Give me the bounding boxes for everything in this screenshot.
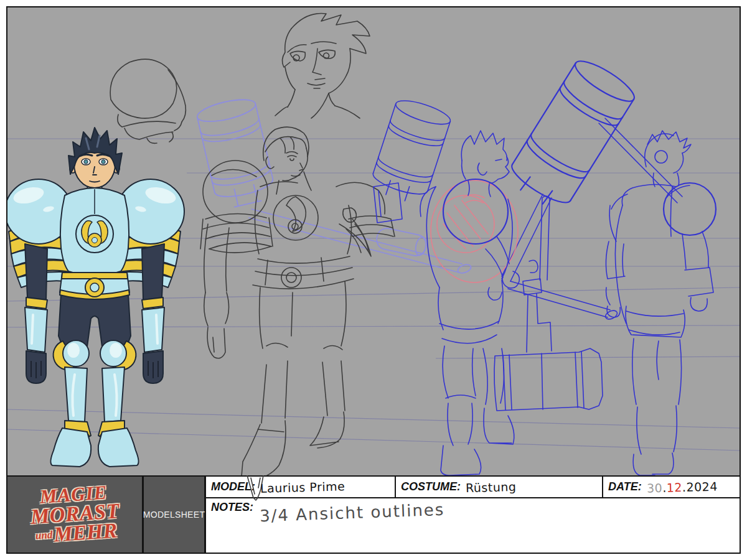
hammer-sketch-top-right <box>502 55 639 321</box>
magie-morast-und-mehr-logo: MAGIE MORAST undMEHR <box>29 483 121 546</box>
date-field: DATE: 30.12.2024 <box>603 477 740 497</box>
model-sheet: MAGIE MORAST undMEHR MODELSHEET MODEL: L… <box>6 6 741 554</box>
date-value: 30.12.2024 <box>646 479 717 495</box>
date-month: 12 <box>666 480 682 495</box>
notes-value: 3/4 Ansicht outlines <box>260 500 445 525</box>
hammer-sketch-top-middle <box>368 96 453 223</box>
logo-und: und <box>35 529 53 542</box>
notes-label: NOTES: <box>211 501 253 514</box>
rough-sketch-back-view <box>599 118 716 475</box>
hammer-sketch-purple <box>195 95 472 274</box>
costume-field: COSTUME: Rüstung <box>396 477 603 497</box>
drawing-canvas <box>7 7 740 475</box>
date-day: 30 <box>646 480 662 495</box>
logo-panel: MAGIE MORAST undMEHR <box>7 477 144 553</box>
notes-field: NOTES: 3/4 Ansicht outlines <box>206 498 740 553</box>
info-form: MODEL: Laurius Prime COSTUME: Rüstung DA… <box>206 477 740 553</box>
model-label: MODEL: <box>211 480 255 493</box>
costume-value: Rüstung <box>466 479 517 494</box>
sheet-type-label: MODELSHEET <box>144 477 206 553</box>
colored-character-front-view <box>7 128 184 467</box>
head-study-sketch <box>275 14 370 119</box>
costume-label: COSTUME: <box>401 480 461 493</box>
model-field: MODEL: Laurius Prime <box>206 477 396 497</box>
artwork <box>7 7 740 475</box>
info-form-row: MODEL: Laurius Prime COSTUME: Rüstung DA… <box>206 477 740 498</box>
date-year: 2024 <box>686 479 718 493</box>
info-bar: MAGIE MORAST undMEHR MODELSHEET MODEL: L… <box>7 475 740 553</box>
lineart-character-three-quarter-view <box>200 127 395 475</box>
logo-mehr: MEHR <box>53 519 118 546</box>
rough-sketch-side-view <box>420 131 519 475</box>
model-value: Laurius Prime <box>260 479 345 495</box>
date-label: DATE: <box>608 480 642 493</box>
pauldron-study-sketch <box>110 59 186 143</box>
